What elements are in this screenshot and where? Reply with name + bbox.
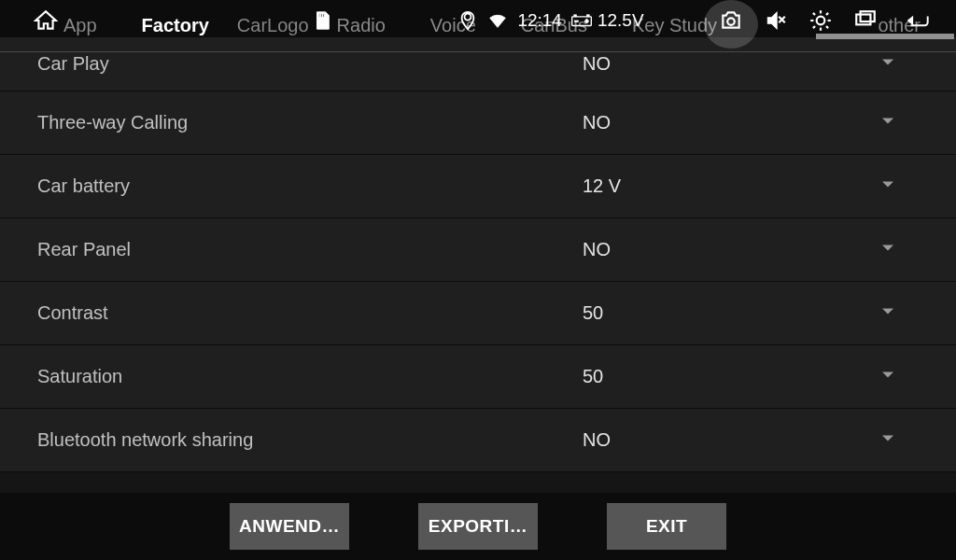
screenshot-icon[interactable] (719, 8, 743, 33)
svg-rect-0 (319, 14, 320, 18)
recent-apps-icon[interactable] (853, 8, 878, 33)
svg-line-20 (826, 13, 828, 15)
back-icon[interactable] (898, 8, 935, 33)
tab-factory[interactable]: Factory (120, 0, 232, 53)
setting-row-carbattery[interactable]: Car battery 12 V (0, 155, 956, 218)
setting-row-saturation[interactable]: Saturation 50 (0, 345, 956, 409)
setting-value: NO (583, 112, 611, 133)
svg-line-18 (826, 26, 828, 28)
chevron-down-icon (879, 239, 896, 260)
exit-button[interactable]: EXIT (607, 503, 726, 550)
brightness-toggle-icon[interactable] (808, 8, 833, 33)
setting-value: NO (583, 429, 611, 451)
setting-label: Rear Panel (37, 239, 131, 260)
setting-label: Bluetooth network sharing (37, 429, 253, 451)
clock-text: 12:14 (517, 10, 562, 31)
svg-point-9 (727, 18, 735, 25)
setting-value: NO (583, 239, 611, 260)
svg-rect-21 (856, 15, 870, 25)
location-icon (457, 10, 478, 31)
setting-value: 50 (583, 302, 603, 324)
setting-value: 50 (583, 366, 603, 387)
svg-line-19 (813, 26, 815, 28)
apply-button[interactable]: ANWEND… (230, 503, 349, 550)
tab-app[interactable]: App (11, 0, 120, 53)
svg-line-17 (813, 13, 815, 15)
tab-voice[interactable]: Voice (408, 0, 499, 53)
setting-label: Car Play (37, 53, 109, 75)
svg-rect-8 (586, 20, 587, 23)
car-battery-icon (571, 10, 592, 31)
setting-label: Saturation (37, 366, 122, 387)
setting-value: NO (583, 53, 611, 75)
svg-point-12 (817, 17, 825, 25)
setting-row-contrast[interactable]: Contrast 50 (0, 282, 956, 345)
svg-rect-1 (321, 14, 322, 18)
svg-rect-2 (323, 14, 324, 18)
export-button[interactable]: EXPORTI… (418, 503, 538, 550)
wifi-icon (487, 10, 508, 31)
chevron-down-icon (879, 429, 896, 451)
setting-row-threeway[interactable]: Three-way Calling NO (0, 91, 956, 155)
chevron-down-icon (879, 366, 896, 387)
setting-row-btshare[interactable]: Bluetooth network sharing NO (0, 409, 956, 472)
tab-carlogo[interactable]: CarLogo (232, 0, 315, 53)
chevron-down-icon (879, 175, 896, 197)
svg-rect-4 (574, 15, 577, 17)
setting-value: 12 V (583, 175, 621, 197)
svg-rect-22 (861, 11, 875, 21)
chevron-down-icon (879, 53, 896, 75)
volume-mute-icon[interactable] (764, 8, 788, 33)
setting-label: Car battery (37, 175, 130, 197)
voltage-text: 12.5V (598, 10, 644, 31)
sd-card-icon (312, 10, 332, 31)
setting-label: Contrast (37, 302, 108, 324)
svg-rect-5 (586, 15, 589, 17)
settings-list[interactable]: Car Play NO Three-way Calling NO Car bat… (0, 37, 956, 493)
home-icon[interactable] (34, 8, 58, 33)
chevron-down-icon (879, 302, 896, 324)
setting-label: Three-way Calling (37, 112, 188, 133)
chevron-down-icon (879, 112, 896, 133)
setting-row-rearpanel[interactable]: Rear Panel NO (0, 218, 956, 282)
footer-button-bar: ANWEND… EXPORTI… EXIT (0, 493, 956, 560)
svg-rect-6 (574, 21, 578, 21)
back-gesture-bar (816, 34, 954, 39)
